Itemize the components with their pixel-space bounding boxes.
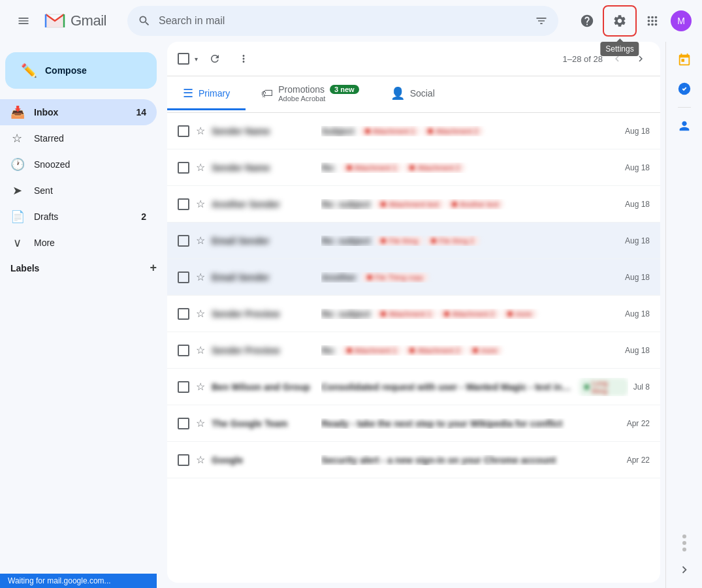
apps-button[interactable] — [639, 8, 665, 34]
sidebar-item-starred[interactable]: ☆ Starred — [0, 125, 157, 151]
sidebar: ✏️ Compose 📥 Inbox 14 ☆ Starred 🕐 Snooze… — [0, 42, 167, 588]
refresh-button[interactable] — [203, 47, 227, 70]
add-label-button[interactable]: + — [150, 261, 157, 275]
email-checkbox[interactable] — [178, 308, 189, 320]
star-button[interactable]: ☆ — [196, 307, 205, 320]
email-content: Re: Attachment 1 Attachment 2 — [321, 162, 620, 173]
email-subject: Re: subject — [321, 309, 370, 319]
email-area: ▾ 1–28 of 28 ☰ Primary — [167, 42, 660, 583]
tab-primary[interactable]: ☰ Primary — [167, 78, 246, 110]
email-checkbox[interactable] — [178, 125, 189, 137]
search-input[interactable] — [159, 15, 527, 27]
star-button[interactable]: ☆ — [196, 234, 205, 247]
email-chip: Attachment text — [375, 199, 443, 209]
email-chip: Attachment 2 — [423, 126, 483, 136]
star-button[interactable]: ☆ — [196, 344, 205, 356]
email-chips: Attachment text Another text — [375, 199, 503, 209]
email-chip: Long thing — [579, 378, 628, 396]
status-bar: Waiting for mail.google.com... — [0, 574, 157, 588]
email-row[interactable]: ☆ Sender Preview Re: Attachment 1 Attach… — [167, 332, 660, 369]
email-subject: Subject — [321, 126, 355, 136]
email-row[interactable]: ☆ The Google Team Ready - take the next … — [167, 405, 660, 442]
snoozed-icon: 🕐 — [10, 157, 24, 172]
email-row[interactable]: ☆ Sender Name Subject Attachment 1 Attac… — [167, 113, 660, 149]
email-row[interactable]: ☆ Email Sender Re: subject File thing Fi… — [167, 223, 660, 259]
filter-icon[interactable] — [535, 14, 548, 27]
settings-button[interactable] — [607, 8, 633, 34]
email-row[interactable]: ☆ Email Sender Another File Thing copy A… — [167, 259, 660, 296]
compose-button[interactable]: ✏️ Compose — [5, 52, 157, 89]
email-checkbox[interactable] — [178, 381, 189, 393]
more-label: More — [34, 238, 146, 248]
email-checkbox[interactable] — [178, 271, 189, 283]
email-checkbox[interactable] — [178, 345, 189, 356]
email-subject: Security alert - a new sign-in on your C… — [321, 455, 556, 465]
social-tab-icon: 👤 — [391, 86, 405, 101]
email-sender: Sender Name — [212, 126, 316, 136]
email-chip: File thing — [375, 236, 423, 246]
sidebar-item-more[interactable]: ∨ More — [0, 230, 157, 256]
avatar[interactable]: M — [671, 10, 692, 31]
sidebar-item-sent[interactable]: ➤ Sent — [0, 178, 157, 204]
email-chip: Attachment 1 — [360, 126, 421, 136]
email-chip: Another text — [447, 199, 503, 209]
sent-icon: ➤ — [10, 183, 24, 198]
email-checkbox[interactable] — [178, 162, 189, 174]
email-sender: Sender Preview — [212, 345, 316, 356]
email-chip: more — [468, 345, 502, 356]
email-row[interactable]: ☆ Sender Preview Re: subject Attachment … — [167, 296, 660, 332]
social-tab-label: Social — [410, 88, 435, 99]
star-button[interactable]: ☆ — [196, 198, 205, 210]
email-checkbox[interactable] — [178, 418, 189, 429]
email-chip: Attachment 1 — [342, 162, 402, 173]
expand-sidebar-button[interactable] — [671, 557, 697, 583]
tasks-button[interactable] — [671, 76, 697, 102]
email-content: Consolidated request with user - Wanted … — [321, 378, 628, 396]
select-chevron[interactable]: ▾ — [195, 55, 198, 63]
promotions-tab-label: Promotions — [278, 84, 325, 95]
compose-label: Compose — [45, 65, 87, 76]
email-chips: Long thing — [579, 378, 628, 396]
email-row[interactable]: ☆ Another Sender Re: subject Attachment … — [167, 186, 660, 223]
email-row[interactable]: ☆ Google Security alert - a new sign-in … — [167, 442, 660, 478]
drafts-icon: 📄 — [10, 209, 24, 224]
help-button[interactable] — [574, 8, 600, 34]
inbox-label: Inbox — [34, 107, 125, 117]
star-button[interactable]: ☆ — [196, 271, 205, 283]
hamburger-button[interactable] — [10, 8, 37, 34]
email-chips: Attachment 1 Attachment 2 — [360, 126, 484, 136]
email-checkbox[interactable] — [178, 454, 189, 466]
sidebar-item-inbox[interactable]: 📥 Inbox 14 — [0, 99, 157, 125]
more-options-button[interactable] — [232, 47, 255, 70]
star-button[interactable]: ☆ — [196, 417, 205, 429]
email-subject: Re: subject — [321, 236, 370, 246]
email-row[interactable]: ☆ Sender Name Re: Attachment 1 Attachmen… — [167, 149, 660, 186]
email-date: Aug 18 — [625, 309, 650, 318]
star-button[interactable]: ☆ — [196, 161, 205, 174]
star-button[interactable]: ☆ — [196, 454, 205, 466]
sidebar-item-drafts[interactable]: 📄 Drafts 2 — [0, 204, 157, 230]
email-chip: Attachment 2 — [404, 162, 465, 173]
drafts-label: Drafts — [34, 211, 131, 222]
select-all-checkbox[interactable] — [178, 53, 189, 65]
calendar-button[interactable] — [671, 47, 697, 73]
compose-icon: ✏️ — [21, 63, 37, 78]
email-sender: Ben Wilson and Group — [212, 382, 316, 392]
email-date: Apr 22 — [627, 456, 650, 465]
tab-social[interactable]: 👤 Social — [375, 78, 451, 110]
email-row[interactable]: ☆ Ben Wilson and Group Consolidated requ… — [167, 369, 660, 405]
sidebar-dots — [682, 534, 686, 551]
settings-tooltip: Settings — [600, 42, 639, 56]
star-button[interactable]: ☆ — [196, 380, 205, 393]
email-date: Jul 8 — [633, 382, 650, 392]
email-sender: Google — [212, 455, 316, 465]
star-button[interactable]: ☆ — [196, 125, 205, 137]
tab-promotions[interactable]: 🏷 Promotions 3 new Adobe Acrobat — [246, 76, 374, 112]
search-bar[interactable] — [127, 6, 558, 36]
email-checkbox[interactable] — [178, 198, 189, 210]
email-subject: Re: — [321, 345, 336, 356]
sidebar-item-snoozed[interactable]: 🕐 Snoozed — [0, 151, 157, 178]
email-content: Another File Thing copy — [321, 272, 620, 283]
contacts-button[interactable] — [671, 113, 697, 139]
email-checkbox[interactable] — [178, 235, 189, 247]
